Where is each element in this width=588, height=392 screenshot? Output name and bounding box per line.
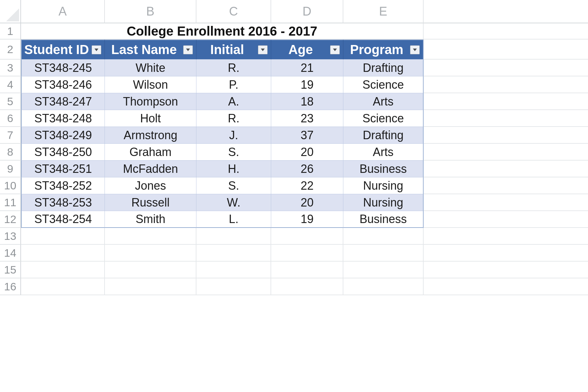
table-cell[interactable]: 21 xyxy=(271,60,343,76)
table-header-program[interactable]: Program xyxy=(343,39,424,60)
table-cell[interactable]: ST348-251 xyxy=(21,161,105,177)
table-cell[interactable]: L. xyxy=(196,211,271,228)
table-cell[interactable]: ST348-252 xyxy=(21,177,105,194)
table-cell[interactable]: Thompson xyxy=(105,93,196,110)
table-cell[interactable]: H. xyxy=(196,161,271,177)
table-cell[interactable]: Science xyxy=(343,76,424,93)
table-cell[interactable]: S. xyxy=(196,144,271,161)
empty-cell[interactable] xyxy=(424,245,588,262)
empty-cell[interactable] xyxy=(424,194,588,211)
column-header-D[interactable]: D xyxy=(271,0,343,23)
filter-dropdown-button[interactable] xyxy=(258,45,268,54)
table-cell[interactable]: Business xyxy=(343,161,424,177)
table-header-age[interactable]: Age xyxy=(271,39,343,60)
table-cell[interactable]: 20 xyxy=(271,194,343,211)
filter-dropdown-button[interactable] xyxy=(92,45,101,54)
table-cell[interactable]: P. xyxy=(196,76,271,93)
empty-cell[interactable] xyxy=(424,76,588,93)
empty-cell[interactable] xyxy=(196,228,271,245)
table-cell[interactable]: Nursing xyxy=(343,194,424,211)
empty-cell[interactable] xyxy=(196,245,271,262)
table-cell[interactable]: Smith xyxy=(105,211,196,228)
empty-cell[interactable] xyxy=(424,228,588,245)
row-header-5[interactable]: 5 xyxy=(0,93,21,110)
column-header-C[interactable]: C xyxy=(196,0,271,23)
table-cell[interactable]: ST348-247 xyxy=(21,93,105,110)
empty-cell[interactable] xyxy=(424,93,588,110)
empty-cell[interactable] xyxy=(343,245,424,262)
table-cell[interactable]: J. xyxy=(196,127,271,144)
empty-cell[interactable] xyxy=(271,228,343,245)
table-cell[interactable]: ST348-250 xyxy=(21,144,105,161)
empty-cell[interactable] xyxy=(424,211,588,228)
filter-dropdown-button[interactable] xyxy=(330,45,340,54)
row-header-11[interactable]: 11 xyxy=(0,194,21,211)
table-cell[interactable]: Wilson xyxy=(105,76,196,93)
empty-cell[interactable] xyxy=(21,228,105,245)
empty-cell[interactable] xyxy=(424,161,588,177)
select-all-corner[interactable] xyxy=(0,0,21,23)
row-header-12[interactable]: 12 xyxy=(0,211,21,228)
table-cell[interactable]: A. xyxy=(196,93,271,110)
row-header-4[interactable]: 4 xyxy=(0,76,21,93)
table-cell[interactable]: ST348-248 xyxy=(21,110,105,127)
empty-cell[interactable] xyxy=(343,262,424,278)
table-cell[interactable]: W. xyxy=(196,194,271,211)
empty-cell[interactable] xyxy=(424,39,588,60)
table-cell[interactable]: ST348-249 xyxy=(21,127,105,144)
table-cell[interactable]: Graham xyxy=(105,144,196,161)
empty-cell[interactable] xyxy=(105,262,196,278)
empty-cell[interactable] xyxy=(343,278,424,295)
filter-dropdown-button[interactable] xyxy=(183,45,193,54)
page-title[interactable]: College Enrollment 2016 - 2017 xyxy=(21,23,424,39)
table-cell[interactable]: R. xyxy=(196,60,271,76)
empty-cell[interactable] xyxy=(271,278,343,295)
row-header-14[interactable]: 14 xyxy=(0,245,21,262)
row-header-6[interactable]: 6 xyxy=(0,110,21,127)
table-cell[interactable]: 20 xyxy=(271,144,343,161)
empty-cell[interactable] xyxy=(105,228,196,245)
table-cell[interactable]: ST348-245 xyxy=(21,60,105,76)
column-header-A[interactable]: A xyxy=(21,0,105,23)
table-cell[interactable]: 19 xyxy=(271,211,343,228)
row-header-1[interactable]: 1 xyxy=(0,23,21,39)
empty-cell[interactable] xyxy=(424,60,588,76)
table-header-initial[interactable]: Initial xyxy=(196,39,271,60)
empty-cell[interactable] xyxy=(21,245,105,262)
table-cell[interactable]: 19 xyxy=(271,76,343,93)
table-cell[interactable]: 18 xyxy=(271,93,343,110)
empty-cell[interactable] xyxy=(105,278,196,295)
table-cell[interactable]: White xyxy=(105,60,196,76)
table-cell[interactable]: Nursing xyxy=(343,177,424,194)
table-resize-handle-icon[interactable] xyxy=(418,223,422,227)
row-header-8[interactable]: 8 xyxy=(0,144,21,161)
row-header-7[interactable]: 7 xyxy=(0,127,21,144)
column-header-B[interactable]: B xyxy=(105,0,196,23)
table-header-student-id[interactable]: Student ID xyxy=(21,39,105,60)
empty-cell[interactable] xyxy=(271,262,343,278)
row-header-16[interactable]: 16 xyxy=(0,278,21,295)
table-cell[interactable]: Jones xyxy=(105,177,196,194)
empty-cell[interactable] xyxy=(424,278,588,295)
row-header-3[interactable]: 3 xyxy=(0,60,21,76)
empty-cell[interactable] xyxy=(424,144,588,161)
column-header-E[interactable]: E xyxy=(343,0,424,23)
empty-cell[interactable] xyxy=(271,245,343,262)
empty-cell[interactable] xyxy=(424,110,588,127)
table-cell[interactable]: 26 xyxy=(271,161,343,177)
table-cell[interactable]: Science xyxy=(343,110,424,127)
row-header-15[interactable]: 15 xyxy=(0,262,21,278)
row-header-13[interactable]: 13 xyxy=(0,228,21,245)
empty-cell[interactable] xyxy=(21,278,105,295)
table-cell[interactable]: McFadden xyxy=(105,161,196,177)
empty-cell[interactable] xyxy=(424,177,588,194)
empty-cell[interactable] xyxy=(424,262,588,278)
table-cell[interactable]: S. xyxy=(196,177,271,194)
table-cell[interactable]: Drafting xyxy=(343,127,424,144)
table-cell[interactable]: ST348-246 xyxy=(21,76,105,93)
table-cell[interactable]: 23 xyxy=(271,110,343,127)
table-cell[interactable]: R. xyxy=(196,110,271,127)
row-header-9[interactable]: 9 xyxy=(0,161,21,177)
table-cell[interactable]: 37 xyxy=(271,127,343,144)
empty-cell[interactable] xyxy=(424,127,588,144)
